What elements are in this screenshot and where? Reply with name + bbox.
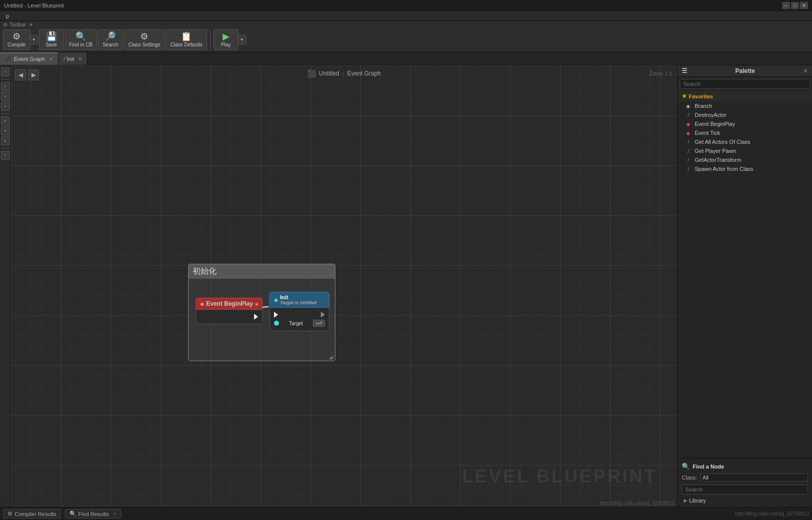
spawn-actor-icon: 𝑓 — [685, 166, 692, 172]
search-icon: 🔎 — [105, 32, 116, 41]
init-node[interactable]: ◆ Init Target is Untitled — [270, 292, 329, 331]
play-dropdown-button[interactable]: ▼ — [239, 35, 246, 44]
palette-item-get-all-actors[interactable]: 𝑓 Get All Actors Of Class — [678, 137, 812, 146]
comment-body: ◆ Event BeginPlay ■ ◆ — [189, 279, 335, 287]
compile-button-group: ⚙ Compile ▼ — [3, 29, 38, 50]
find-results-tab[interactable]: 🔍 Find Results ✕ — [65, 509, 121, 519]
init-node-sublabel: Target is Untitled — [280, 300, 316, 305]
init-node-icon: ◆ — [274, 297, 278, 303]
toolbar-close-button[interactable]: ✕ — [28, 22, 34, 27]
compiler-results-icon: ⚙ — [7, 511, 12, 517]
spawn-actor-label: Spawn Actor from Class — [695, 166, 753, 172]
init-target-row: Target self — [272, 319, 327, 328]
play-button-group: ▶ Play ▼ — [214, 29, 246, 50]
left-panel-btn-2[interactable]: + — [1, 92, 10, 101]
left-panel-btn-3[interactable]: + — [1, 102, 10, 111]
left-panel-btn-5[interactable]: ≡ — [1, 126, 10, 135]
init-exec-out — [321, 312, 325, 318]
left-panel-btn-6[interactable]: ≡ — [1, 136, 10, 145]
palette-item-get-actor-transform[interactable]: 𝑓 GetActorTransform — [678, 155, 812, 164]
event-begin-play-body — [196, 310, 263, 324]
library-arrow-icon: ▶ — [684, 498, 687, 503]
palette-close-button[interactable]: ✕ — [803, 67, 808, 74]
compiler-results-label: Compiler Results — [14, 511, 56, 517]
palette-item-destroy-actor[interactable]: 𝑓 DestroyActor — [678, 110, 812, 119]
nav-back-button[interactable]: ◀ — [15, 69, 26, 80]
get-all-actors-label: Get All Actors Of Class — [695, 139, 750, 145]
close-button[interactable]: ✕ — [800, 2, 808, 9]
toolbar-container: ⚙ Toolbar ✕ ⚙ Compile ▼ 💾 Save 🔍 Find in… — [0, 21, 812, 52]
class-input[interactable] — [700, 474, 808, 482]
init-target-label: Target — [289, 321, 303, 326]
palette-item-event-begin-play[interactable]: ◆ Event BeginPlay — [678, 119, 812, 128]
event-graph-tab-close[interactable]: ✕ — [49, 56, 53, 62]
comment-title: 初始化 — [189, 264, 335, 279]
left-panel-separator-2 — [1, 113, 9, 114]
comment-resize-handle[interactable]: ◢ — [329, 354, 333, 360]
find-node-label: Find a Node — [693, 464, 724, 470]
find-in-cb-button[interactable]: 🔍 Find in CB — [65, 29, 97, 50]
breadcrumb-icon: ⬛ — [307, 69, 316, 77]
breadcrumb: ⬛ Untitled › Event Graph — [307, 69, 381, 77]
palette-item-event-tick[interactable]: ◆ Event Tick — [678, 128, 812, 137]
palette-icon: ☰ — [682, 67, 687, 74]
event-graph-tab-icon: ⬛ — [5, 56, 12, 62]
left-panel-add-button[interactable]: + — [1, 67, 10, 76]
find-node-search-input[interactable] — [682, 485, 808, 495]
left-panel-btn-7[interactable]: + — [1, 151, 10, 160]
class-row: Class: — [682, 472, 808, 483]
class-defaults-button[interactable]: 📋 Class Defaults — [166, 29, 207, 50]
event-begin-play-header: ◆ Event BeginPlay ■ — [196, 298, 263, 310]
play-button[interactable]: ▶ Play — [214, 29, 239, 50]
class-settings-icon: ⚙ — [140, 32, 148, 41]
get-actor-transform-icon: 𝑓 — [685, 157, 692, 163]
palette-item-branch[interactable]: ◈ Branch — [678, 101, 812, 110]
favorites-section: ★ Favorites — [678, 91, 812, 101]
palette-panel: ☰ Palette ✕ ★ Favorites ◈ Branch 𝑓 Destr… — [677, 65, 812, 507]
minimize-button[interactable]: ─ — [782, 2, 790, 9]
event-begin-play-diamond: ◆ — [200, 301, 204, 307]
init-tab-close[interactable]: ✕ — [78, 56, 82, 61]
palette-item-get-player-pawn[interactable]: 𝑓 Get Player Pawn — [678, 146, 812, 155]
palette-search-input[interactable] — [680, 79, 810, 89]
breadcrumb-project: Untitled — [319, 70, 339, 77]
title-text: Untitled - Level Blueprint — [4, 2, 64, 8]
left-panel-btn-1[interactable]: + — [1, 82, 10, 91]
comment-box[interactable]: 初始化 ◆ Event BeginPlay ■ — [188, 264, 335, 361]
menu-bar: p — [0, 11, 812, 21]
event-begin-play-node[interactable]: ◆ Event BeginPlay ■ — [196, 298, 263, 324]
palette-item-spawn-actor[interactable]: 𝑓 Spawn Actor from Class — [678, 164, 812, 173]
compiler-results-tab[interactable]: ⚙ Compiler Results — [3, 509, 61, 519]
event-begin-play-palette-icon: ◆ — [685, 121, 692, 127]
library-item[interactable]: ▶ Library — [682, 496, 808, 505]
init-node-label: Init — [280, 294, 316, 300]
left-panel: + + + + ≡ ≡ ≡ + — [0, 65, 11, 507]
maximize-button[interactable]: □ — [791, 2, 799, 9]
breadcrumb-separator: › — [342, 70, 344, 77]
menu-item-help[interactable]: p — [2, 13, 13, 19]
init-exec-in — [274, 312, 278, 318]
tab-init[interactable]: 𝑓 Init ✕ — [58, 52, 88, 65]
palette-spacer — [678, 173, 812, 458]
find-in-cb-icon: 🔍 — [75, 32, 86, 41]
left-panel-btn-4[interactable]: ≡ — [1, 116, 10, 125]
title-bar: Untitled - Level Blueprint ─ □ ✕ — [0, 0, 812, 11]
star-icon: ★ — [682, 93, 687, 99]
zoom-indicator: Zoom 1:1 — [649, 70, 672, 76]
find-node-magnifier-icon: 🔍 — [682, 463, 690, 470]
save-button[interactable]: 💾 Save — [39, 29, 64, 50]
tab-event-graph[interactable]: ⬛ Event Graph ✕ — [0, 52, 58, 65]
canvas[interactable]: ◀ ▶ ⬛ Untitled › Event Graph Zoom 1:1 初始… — [11, 65, 677, 507]
compile-button[interactable]: ⚙ Compile — [3, 29, 30, 50]
toolbar-title: Toolbar — [9, 22, 26, 27]
toolbar-gear-icon: ⚙ — [3, 22, 7, 27]
title-controls: ─ □ ✕ — [782, 2, 808, 9]
class-settings-button[interactable]: ⚙ Class Settings — [124, 29, 165, 50]
compile-dropdown-button[interactable]: ▼ — [30, 35, 38, 44]
class-label: Class: — [682, 475, 697, 481]
nav-forward-button[interactable]: ▶ — [28, 69, 39, 80]
get-all-actors-icon: 𝑓 — [685, 139, 692, 145]
find-results-close[interactable]: ✕ — [113, 512, 117, 517]
search-button[interactable]: 🔎 Search — [98, 29, 123, 50]
breadcrumb-current: Event Graph — [347, 70, 381, 77]
